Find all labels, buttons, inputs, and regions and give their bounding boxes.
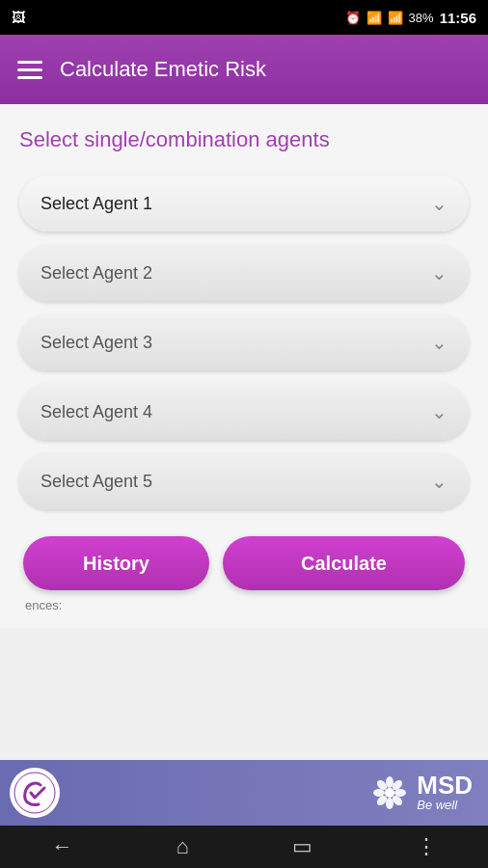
calculate-button[interactable]: Calculate [223, 536, 465, 590]
msd-tagline: Be well [417, 798, 457, 813]
agent-5-dropdown[interactable]: Select Agent 5 ⌄ [19, 453, 469, 509]
app-bar: Calculate Emetic Risk [0, 35, 488, 104]
status-bar-right: ⏰ 📶 📶 38% 11:56 [345, 10, 476, 26]
svg-point-5 [394, 789, 406, 797]
svg-point-4 [373, 789, 385, 797]
partial-text: ences: [19, 598, 469, 612]
app-bar-title: Calculate Emetic Risk [60, 57, 266, 82]
chevron-down-icon-3: ⌄ [431, 331, 447, 354]
signal-icon: 📶 [388, 11, 403, 25]
msd-name: MSD [417, 773, 473, 798]
hamburger-menu[interactable] [17, 61, 42, 79]
history-button[interactable]: History [23, 536, 209, 590]
battery-text: 38% [409, 11, 434, 25]
msd-text-block: MSD Be well [417, 773, 473, 813]
dropdown-container: Select Agent 1 ⌄ Select Agent 2 ⌄ Select… [19, 176, 469, 509]
main-content: Select single/combination agents Select … [0, 104, 488, 628]
status-bar-left: 🖼 [12, 10, 25, 25]
chevron-down-icon-1: ⌄ [431, 192, 447, 215]
agent-1-label: Select Agent 1 [41, 194, 152, 214]
back-button[interactable]: ← [51, 834, 72, 859]
agent-1-dropdown[interactable]: Select Agent 1 ⌄ [19, 176, 469, 231]
agent-4-dropdown[interactable]: Select Agent 4 ⌄ [19, 384, 469, 440]
recents-button[interactable]: ▭ [292, 834, 312, 859]
hamburger-line-1 [17, 61, 42, 64]
chevron-down-icon-5: ⌄ [431, 470, 447, 493]
wifi-icon: 📶 [366, 11, 382, 25]
chevron-down-icon-2: ⌄ [431, 261, 447, 285]
action-buttons: History Calculate [19, 536, 469, 590]
home-button[interactable]: ⌂ [176, 834, 188, 859]
chevron-down-icon-4: ⌄ [431, 400, 447, 423]
app-logo [10, 768, 60, 818]
svg-point-0 [14, 773, 55, 813]
svg-point-3 [386, 798, 393, 809]
svg-point-1 [385, 788, 394, 798]
agent-4-label: Select Agent 4 [41, 402, 152, 422]
msd-brand: MSD Be well [372, 773, 473, 813]
brand-bar: MSD Be well [0, 760, 488, 826]
hamburger-line-3 [17, 76, 42, 79]
msd-flower-icon [372, 775, 407, 810]
agent-3-label: Select Agent 3 [41, 333, 152, 353]
agent-2-label: Select Agent 2 [41, 263, 152, 284]
nav-bar: ← ⌂ ▭ ⋮ [0, 826, 488, 868]
status-time: 11:56 [440, 10, 476, 26]
agent-3-dropdown[interactable]: Select Agent 3 ⌄ [19, 314, 469, 370]
image-icon: 🖼 [12, 10, 25, 25]
status-bar: 🖼 ⏰ 📶 📶 38% 11:56 [0, 0, 488, 35]
alarm-icon: ⏰ [345, 11, 361, 25]
svg-point-2 [386, 776, 393, 788]
more-options-button[interactable]: ⋮ [416, 834, 437, 859]
hamburger-line-2 [17, 68, 42, 71]
agent-5-label: Select Agent 5 [41, 472, 152, 492]
section-title: Select single/combination agents [19, 127, 469, 152]
agent-2-dropdown[interactable]: Select Agent 2 ⌄ [19, 245, 469, 301]
checkmark-logo-icon [14, 772, 56, 814]
